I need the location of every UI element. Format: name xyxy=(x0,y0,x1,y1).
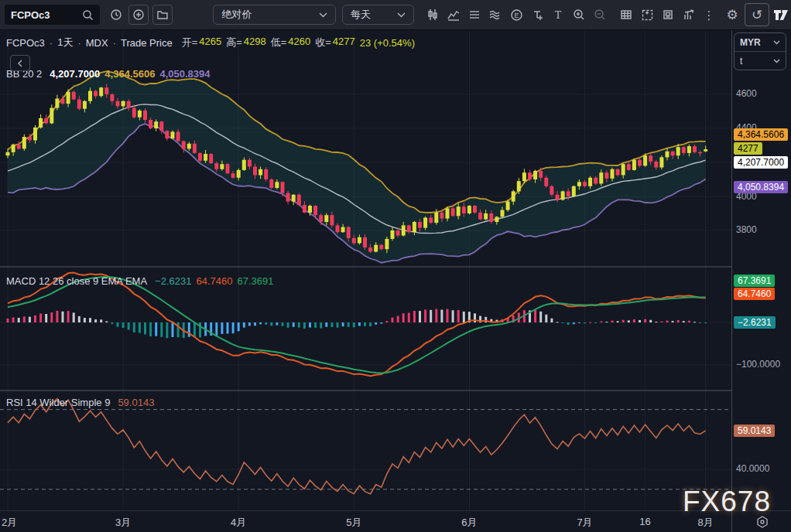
macd-line-value: 64.7460 xyxy=(196,275,232,287)
chart-style-candles-button[interactable] xyxy=(423,5,442,24)
change-value: 23 (+0.54%) xyxy=(360,37,415,49)
text-tool-button[interactable]: T xyxy=(549,5,567,24)
text-tool-icon: T xyxy=(552,9,564,21)
macd-hist-badge: −2.6231 xyxy=(734,316,776,329)
stats-button[interactable] xyxy=(680,5,698,24)
chevron-down-icon xyxy=(319,12,327,18)
price-tick: 4600 xyxy=(736,88,757,99)
market-grid-button[interactable] xyxy=(617,5,635,24)
unit-selector[interactable]: t xyxy=(734,51,786,70)
macd-signal-value: 67.3691 xyxy=(237,275,273,287)
axis-separator-line xyxy=(731,29,732,532)
bb-basis-badge: 4,207.7000 xyxy=(734,156,788,169)
macd-pane xyxy=(7,273,707,377)
tradingview-logo-icon xyxy=(773,9,789,21)
time-axis-label: 5月 xyxy=(346,516,361,530)
open-value: 4265 xyxy=(199,36,221,49)
chevron-left-icon xyxy=(17,60,23,67)
macd-line-badge: 64.7460 xyxy=(734,288,775,300)
time-axis-label: 3月 xyxy=(115,516,131,530)
settings-button[interactable]: ⚙ xyxy=(723,5,741,24)
patterns-button[interactable] xyxy=(486,5,505,24)
currency-selector[interactable]: MYR xyxy=(734,33,786,51)
rsi-line xyxy=(8,399,706,494)
rsi-pane xyxy=(0,399,731,494)
fx678-watermark: FX678 xyxy=(683,486,771,518)
circle-e-icon: E xyxy=(510,9,523,22)
search-icon xyxy=(82,9,94,21)
chevron-down-icon xyxy=(773,40,780,45)
chevron-down-icon xyxy=(773,59,780,63)
legend-series: Trade Price xyxy=(121,37,173,49)
publish-button[interactable] xyxy=(659,5,677,24)
bb-lower-value: 4,050.8394 xyxy=(159,68,210,80)
time-axis-label: 7月 xyxy=(577,516,592,530)
rsi-tick: 40.0000 xyxy=(736,463,769,474)
last-price-badge: 4277 xyxy=(734,142,762,155)
unit-label: t xyxy=(740,56,742,66)
bb-basis-value: 4,207.7000 xyxy=(50,68,100,80)
measure-ruler-icon xyxy=(531,9,543,21)
macd-title[interactable]: MACD 12 26 close 9 EMA EMA xyxy=(6,275,147,287)
reset-chart-button[interactable]: ↺ xyxy=(745,3,769,26)
compare-add-button[interactable] xyxy=(128,5,149,25)
symbol-search-value: FCPOc3 xyxy=(11,9,50,21)
price-scale-label: 绝对价 xyxy=(221,8,252,22)
time-axis-label: 16 xyxy=(639,516,650,527)
high-value: 4298 xyxy=(244,36,266,49)
zoom-out-button[interactable] xyxy=(591,5,609,24)
top-toolbar: FCPOc3 绝对价 每天 xyxy=(0,0,791,30)
bb-lower-badge: 4,050.8394 xyxy=(734,181,788,193)
symbol-legend-row: FCPOc3 · 1天 · MDX · Trade Price 开=4265 高… xyxy=(6,36,415,49)
macd-line xyxy=(8,273,706,377)
bar-chart-arrow-icon xyxy=(683,9,696,21)
trend-line-icon xyxy=(447,9,460,21)
time-axis-label: 6月 xyxy=(461,516,477,530)
interval-dropdown[interactable]: 每天 xyxy=(342,5,414,25)
bb-upper-badge: 4,364.5606 xyxy=(734,128,788,141)
elliott-wave-button[interactable]: E xyxy=(507,5,526,24)
legend-symbol[interactable]: FCPOc3 xyxy=(6,37,45,49)
time-axis-label: 4月 xyxy=(231,516,246,530)
chart-canvas[interactable] xyxy=(0,29,731,510)
svg-text:E: E xyxy=(514,12,519,19)
plus-circle-icon xyxy=(132,9,145,21)
bb-upper-value: 4,364.5606 xyxy=(104,68,155,80)
bb-legend-row: BB 20 2 4,207.7000 4,364.5606 4,050.8394 xyxy=(6,68,211,80)
clock-icon xyxy=(110,9,122,21)
table-grid-icon xyxy=(620,9,632,21)
snapshot-button[interactable] xyxy=(638,5,656,24)
measure-button[interactable] xyxy=(528,5,546,24)
zoom-in-icon xyxy=(573,9,585,21)
price-axis[interactable]: MYR t 4600440040003800−100.000040.00004,… xyxy=(732,29,791,510)
legend-interval[interactable]: 1天 xyxy=(57,36,73,49)
zoom-in-button[interactable] xyxy=(570,5,588,24)
layout-lines-button[interactable] xyxy=(465,5,484,24)
gear-icon: ⚙ xyxy=(726,9,738,22)
collapse-legend-button[interactable] xyxy=(10,55,30,71)
templates-folder-button[interactable] xyxy=(152,5,173,25)
price-tick: 3800 xyxy=(736,224,757,235)
more-options-button[interactable]: ⋮ xyxy=(703,5,715,24)
kebab-menu-icon: ⋮ xyxy=(704,9,715,21)
time-axis-label: 2月 xyxy=(2,516,17,530)
publish-page-icon xyxy=(662,9,674,21)
symbol-search-input[interactable]: FCPOc3 xyxy=(5,5,100,25)
macd-hist-value: −2.6231 xyxy=(155,275,191,287)
macd-legend-row: MACD 12 26 close 9 EMA EMA −2.6231 64.74… xyxy=(6,275,273,287)
zoom-out-icon xyxy=(594,9,606,21)
main-pane xyxy=(6,71,708,263)
tradingview-logo-button[interactable] xyxy=(771,5,791,24)
undo-icon: ↺ xyxy=(752,9,762,22)
price-scale-dropdown[interactable]: 绝对价 xyxy=(213,5,336,25)
rsi-legend-row: RSI 14 Wilder Simple 9 59.0143 xyxy=(6,397,154,408)
macd-tick: −100.0000 xyxy=(736,359,780,370)
time-axis[interactable]: 2月3月4月5月6月7月168月 xyxy=(0,510,791,532)
bar-replay-clock-button[interactable] xyxy=(108,5,125,24)
indicators-button[interactable] xyxy=(444,5,463,24)
currency-label: MYR xyxy=(740,37,761,48)
axis-unit-box: MYR t xyxy=(734,32,786,70)
rsi-title[interactable]: RSI 14 Wilder Simple 9 xyxy=(6,397,110,408)
layers-icon xyxy=(468,9,481,21)
rsi-badge: 59.0143 xyxy=(734,425,775,437)
